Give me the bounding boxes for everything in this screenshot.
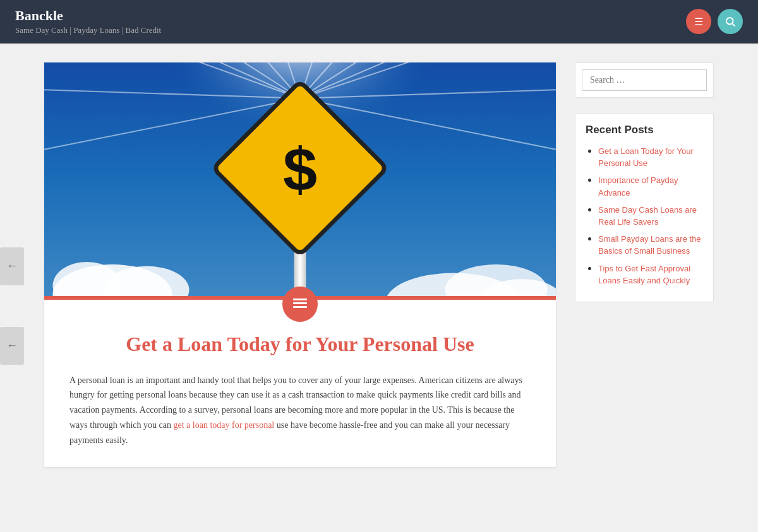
search-box xyxy=(575,62,714,98)
article-content: Get a Loan Today for Your Personal Use A… xyxy=(44,300,556,467)
recent-post-link[interactable]: Get a Loan Today for Your Personal Use xyxy=(598,146,694,168)
list-item: Small Payday Loans are the Basics of Sma… xyxy=(598,233,703,257)
search-input[interactable] xyxy=(582,69,707,91)
recent-post-link[interactable]: Same Day Cash Loans are Real Life Savers xyxy=(598,205,697,227)
list-item: Importance of Payday Advance xyxy=(598,174,703,198)
left-arrow-icon-2: ← xyxy=(6,339,18,352)
article-title: Get a Loan Today for Your Personal Use xyxy=(69,331,531,358)
svg-line-1 xyxy=(732,23,735,26)
content-area: $ Get a Loan Today for Your Personal Use xyxy=(44,62,556,467)
svg-rect-27 xyxy=(293,299,307,300)
recent-post-link[interactable]: Small Payday Loans are the Basics of Sma… xyxy=(598,234,701,256)
left-arrow-icon: ← xyxy=(6,259,18,273)
recent-posts-title: Recent Posts xyxy=(586,124,703,136)
recent-posts: Recent Posts Get a Loan Today for Your P… xyxy=(575,113,714,302)
recent-posts-list: Get a Loan Today for Your Personal UseIm… xyxy=(586,145,703,287)
hero-image: $ xyxy=(44,62,556,296)
main-container: $ Get a Loan Today for Your Personal Use xyxy=(32,62,726,467)
menu-button[interactable]: ☰ xyxy=(686,9,711,34)
brand: Banckle Same Day Cash | Payday Loans | B… xyxy=(15,8,161,35)
site-tagline: Same Day Cash | Payday Loans | Bad Credi… xyxy=(15,25,161,35)
list-item: Same Day Cash Loans are Real Life Savers xyxy=(598,204,703,228)
site-header: Banckle Same Day Cash | Payday Loans | B… xyxy=(0,0,758,44)
list-item: Get a Loan Today for Your Personal Use xyxy=(598,145,703,169)
sidebar: Recent Posts Get a Loan Today for Your P… xyxy=(575,62,714,467)
article-body-link[interactable]: get a loan today for personal xyxy=(173,420,274,430)
prev-arrow-bottom[interactable]: ← xyxy=(0,327,24,365)
svg-point-0 xyxy=(726,18,733,25)
site-title: Banckle xyxy=(15,8,161,24)
list-item: Tips to Get Fast Approval Loans Easily a… xyxy=(598,263,703,287)
prev-arrow-top[interactable]: ← xyxy=(0,247,24,285)
svg-rect-28 xyxy=(293,302,307,304)
svg-rect-29 xyxy=(293,306,307,308)
article-card: $ Get a Loan Today for Your Personal Use xyxy=(44,62,556,467)
search-button[interactable] xyxy=(718,9,743,34)
lines-icon xyxy=(293,297,307,312)
header-icons: ☰ xyxy=(686,9,743,34)
article-icon-button[interactable] xyxy=(282,287,318,322)
recent-post-link[interactable]: Tips to Get Fast Approval Loans Easily a… xyxy=(598,264,690,285)
recent-post-link[interactable]: Importance of Payday Advance xyxy=(598,175,678,197)
article-body: A personal loan is an important and hand… xyxy=(69,373,531,448)
svg-text:$: $ xyxy=(283,135,317,204)
